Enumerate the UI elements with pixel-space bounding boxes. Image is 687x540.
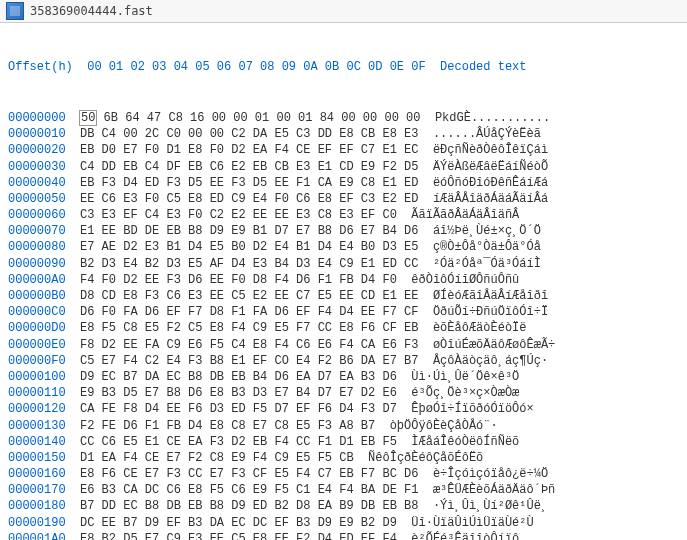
window-title: 358369004444.fast bbox=[30, 3, 153, 20]
hex-row[interactable]: 00000040 EB F3 D4 ED F3 D5 EE F3 D5 EE F… bbox=[8, 175, 679, 191]
bytes[interactable]: 50 6B 64 47 C8 16 00 00 01 00 01 84 00 0… bbox=[80, 111, 420, 125]
decoded: Ùì·Úì¸Ûë´Öê×ê³Ö bbox=[411, 370, 519, 384]
offset: 000000E0 bbox=[8, 338, 66, 352]
decoded: íÆäÂÅîäðÁäáÃäíÂá bbox=[433, 192, 548, 206]
header-row: Offset(h) 00 01 02 03 04 05 06 07 08 09 … bbox=[8, 59, 679, 75]
hex-row[interactable]: 00000000 50 6B 64 47 C8 16 00 00 01 00 0… bbox=[8, 110, 679, 126]
bytes[interactable]: DB C4 00 2C C0 00 00 C2 DA E5 C3 DD E8 C… bbox=[80, 127, 418, 141]
hex-row[interactable]: 000000A0 F4 F0 D2 EE F3 D6 EE F0 D8 F4 D… bbox=[8, 272, 679, 288]
decoded: ·Ýì¸Ûì¸Ùí²Øê¹Ûë¸ bbox=[433, 499, 548, 513]
decoded: ÊþøÓî÷ÍïõðóÓïöÔó× bbox=[411, 402, 533, 416]
decoded: PkdGÈ........... bbox=[435, 111, 550, 125]
offset: 000000C0 bbox=[8, 305, 66, 319]
offset: 000000B0 bbox=[8, 289, 66, 303]
bytes[interactable]: EE C6 E3 F0 C5 E8 ED C9 E4 F0 C6 E8 EF C… bbox=[80, 192, 418, 206]
decoded: ÖðúÕí÷ÐñúÖïôÓî÷Ï bbox=[433, 305, 548, 319]
hex-row[interactable]: 00000120 CA FE F8 D4 EE F6 D3 ED F5 D7 E… bbox=[8, 401, 679, 417]
hex-row[interactable]: 00000010 DB C4 00 2C C0 00 00 C2 DA E5 C… bbox=[8, 126, 679, 142]
offset: 00000110 bbox=[8, 386, 66, 400]
bytes[interactable]: CA FE F8 D4 EE F6 D3 ED F5 D7 EF F6 D4 F… bbox=[80, 402, 397, 416]
bytes[interactable]: E1 EE BD DE EB B8 D9 E9 B1 D7 E7 B8 D6 E… bbox=[80, 224, 418, 238]
offset: 000000D0 bbox=[8, 321, 66, 335]
bytes[interactable]: CC C6 E5 E1 CE EA F3 D2 EB F4 CC F1 D1 E… bbox=[80, 435, 397, 449]
bytes[interactable]: C3 E3 EF C4 E3 F0 C2 E2 EE EE E3 C8 E3 E… bbox=[80, 208, 397, 222]
decoded: ²Óä²Óåª¯Óä³ÓáíÌ bbox=[433, 257, 541, 271]
hex-row[interactable]: 000000F0 C5 E7 F4 C2 E4 F3 B8 E1 EF CO E… bbox=[8, 353, 679, 369]
hex-row[interactable]: 00000180 B7 DD EC B8 DB EB B8 D9 ED B2 D… bbox=[8, 498, 679, 514]
hex-row[interactable]: 00000030 C4 DD EB C4 DF EB C6 E2 EB CB E… bbox=[8, 159, 679, 175]
bytes[interactable]: E8 F6 CE E7 F3 CC E7 F3 CF E5 F4 C7 EB F… bbox=[80, 467, 418, 481]
bytes[interactable]: EB D0 E7 F0 D1 E8 F0 D2 EA F4 CE EF EF C… bbox=[80, 143, 418, 157]
offset: 00000170 bbox=[8, 483, 66, 497]
offset: 00000150 bbox=[8, 451, 66, 465]
bytes[interactable]: E8 B2 D5 E7 C9 E3 EE C5 E8 EE F2 D4 ED E… bbox=[80, 532, 397, 540]
decoded: ÄÝëÀßëÆâëËáíÑéòÕ bbox=[433, 160, 548, 174]
hex-row[interactable]: 00000090 B2 D3 E4 B2 D3 E5 AF D4 E3 B4 D… bbox=[8, 256, 679, 272]
hex-row[interactable]: 00000050 EE C6 E3 F0 C5 E8 ED C9 E4 F0 C… bbox=[8, 191, 679, 207]
bytes[interactable]: F8 D2 EE FA C9 E6 F5 C4 E8 F4 C6 E6 F4 C… bbox=[80, 338, 418, 352]
hex-row[interactable]: 00000150 D1 EA F4 CE E7 F2 C8 E9 F4 C9 E… bbox=[8, 450, 679, 466]
offset: 00000190 bbox=[8, 516, 66, 530]
offset: 00000040 bbox=[8, 176, 66, 190]
bytes[interactable]: D8 CD E8 F3 C6 E3 EE C5 E2 EE C7 E5 EE C… bbox=[80, 289, 418, 303]
hex-row[interactable]: 00000190 DC EE B7 D9 EF B3 DA EC DC EF B… bbox=[8, 515, 679, 531]
hex-row[interactable]: 000001A0 E8 B2 D5 E7 C9 E3 EE C5 E8 EE F… bbox=[8, 531, 679, 540]
offset: 00000060 bbox=[8, 208, 66, 222]
bytes[interactable]: EB F3 D4 ED F3 D5 EE F3 D5 EE F1 CA E9 C… bbox=[80, 176, 418, 190]
offset: 00000000 bbox=[8, 111, 66, 125]
bytes[interactable]: E7 AE D2 E3 B1 D4 E5 B0 D2 E4 B1 D4 E4 B… bbox=[80, 240, 418, 254]
hex-row[interactable]: 00000070 E1 EE BD DE EB B8 D9 E9 B1 D7 E… bbox=[8, 223, 679, 239]
hex-row[interactable]: 00000170 E6 B3 CA DC C6 E8 F5 C6 E9 F5 C… bbox=[8, 482, 679, 498]
bytes[interactable]: E8 F5 C8 E5 F2 C5 E8 F4 C9 E5 F7 CC E8 F… bbox=[80, 321, 418, 335]
hex-row[interactable]: 00000160 E8 F6 CE E7 F3 CC E7 F3 CF E5 F… bbox=[8, 466, 679, 482]
hex-row[interactable]: 00000080 E7 AE D2 E3 B1 D4 E5 B0 D2 E4 B… bbox=[8, 239, 679, 255]
bytes[interactable]: E9 B3 D5 E7 B8 D6 E8 B3 D3 E7 B4 D7 E7 D… bbox=[80, 386, 397, 400]
hex-row[interactable]: 00000110 E9 B3 D5 E7 B8 D6 E8 B3 D3 E7 B… bbox=[8, 385, 679, 401]
offset: 00000120 bbox=[8, 402, 66, 416]
decoded: øÒîúÉæõÄäôÆøôÊæÃ÷ bbox=[433, 338, 555, 352]
decoded: ÃãïÃãðÂäÁäÂîäñÂ bbox=[411, 208, 519, 222]
offset: 00000160 bbox=[8, 467, 66, 481]
offset: 00000020 bbox=[8, 143, 66, 157]
bytes[interactable]: B2 D3 E4 B2 D3 E5 AF D4 E3 B4 D3 E4 C9 E… bbox=[80, 257, 418, 271]
decoded: Üî·ÙïäÛìÚìÜïäÙé²Ù bbox=[411, 516, 533, 530]
offset: 00000010 bbox=[8, 127, 66, 141]
decoded: êðÒîôÓíîØÔñúÔñû bbox=[411, 273, 519, 287]
decoded: ëÐçñÑèðÒêôÎêïÇáì bbox=[433, 143, 548, 157]
decoded: èõÈåôÆäòÈéòÏë bbox=[433, 321, 527, 335]
hex-row[interactable]: 000000B0 D8 CD E8 F3 C6 E3 EE C5 E2 EE C… bbox=[8, 288, 679, 304]
file-icon bbox=[6, 2, 24, 20]
decoded: òþÖÔÿôÈèÇåÒÅó¨· bbox=[390, 419, 498, 433]
titlebar: 358369004444.fast bbox=[0, 0, 687, 23]
decoded: é³Õç¸Öè³×ç×ÒæÒæ bbox=[411, 386, 519, 400]
offset: 00000180 bbox=[8, 499, 66, 513]
bytes[interactable]: C4 DD EB C4 DF EB C6 E2 EB CB E3 E1 CD E… bbox=[80, 160, 418, 174]
offset: 00000050 bbox=[8, 192, 66, 206]
offset: 00000130 bbox=[8, 419, 66, 433]
bytes[interactable]: F4 F0 D2 EE F3 D6 EE F0 D8 F4 D6 F1 FB D… bbox=[80, 273, 397, 287]
hex-row[interactable]: 000000E0 F8 D2 EE FA C9 E6 F5 C4 E8 F4 C… bbox=[8, 337, 679, 353]
hex-view[interactable]: Offset(h) 00 01 02 03 04 05 06 07 08 09 … bbox=[0, 23, 687, 540]
bytes[interactable]: D9 EC B7 DA EC B8 DB EB B4 D6 EA D7 EA B… bbox=[80, 370, 397, 384]
decoded: ÅçôÀäòçäô¸áç¶Úç· bbox=[433, 354, 548, 368]
bytes[interactable]: E6 B3 CA DC C6 E8 F5 C6 E9 F5 C1 E4 F4 B… bbox=[80, 483, 418, 497]
bytes[interactable]: D6 F0 FA D6 EF F7 D8 F1 FA D6 EF F4 D4 E… bbox=[80, 305, 418, 319]
hex-row[interactable]: 000000C0 D6 F0 FA D6 EF F7 D8 F1 FA D6 E… bbox=[8, 304, 679, 320]
decoded: ëóÔñóÐîóÐêñÊáíÆá bbox=[433, 176, 548, 190]
offset: 00000100 bbox=[8, 370, 66, 384]
offset: 00000080 bbox=[8, 240, 66, 254]
hex-row[interactable]: 00000060 C3 E3 EF C4 E3 F0 C2 E2 EE EE E… bbox=[8, 207, 679, 223]
hex-row[interactable]: 00000140 CC C6 E5 E1 CE EA F3 D2 EB F4 C… bbox=[8, 434, 679, 450]
bytes[interactable]: B7 DD EC B8 DB EB B8 D9 ED B2 D8 EA B9 D… bbox=[80, 499, 418, 513]
bytes[interactable]: D1 EA F4 CE E7 F2 C8 E9 F4 C9 E5 F5 CB bbox=[80, 451, 354, 465]
bytes[interactable]: C5 E7 F4 C2 E4 F3 B8 E1 EF CO E4 F2 B6 D… bbox=[80, 354, 418, 368]
hex-row[interactable]: 00000100 D9 EC B7 DA EC B8 DB EB B4 D6 E… bbox=[8, 369, 679, 385]
hex-row[interactable]: 00000020 EB D0 E7 F0 D1 E8 F0 D2 EA F4 C… bbox=[8, 142, 679, 158]
hex-row[interactable]: 000000D0 E8 F5 C8 E5 F2 C5 E8 F4 C9 E5 F… bbox=[8, 320, 679, 336]
offset: 00000070 bbox=[8, 224, 66, 238]
hex-row[interactable]: 00000130 F2 FE D6 F1 FB D4 E8 C8 E7 C8 E… bbox=[8, 418, 679, 434]
bytes[interactable]: DC EE B7 D9 EF B3 DA EC DC EF B3 D9 E9 B… bbox=[80, 516, 397, 530]
bytes[interactable]: F2 FE D6 F1 FB D4 E8 C8 E7 C8 E5 F3 A8 B… bbox=[80, 419, 375, 433]
decoded: ØÍèóÆãîÅäÂíÆåîðî bbox=[433, 289, 548, 303]
offset: 000000A0 bbox=[8, 273, 66, 287]
